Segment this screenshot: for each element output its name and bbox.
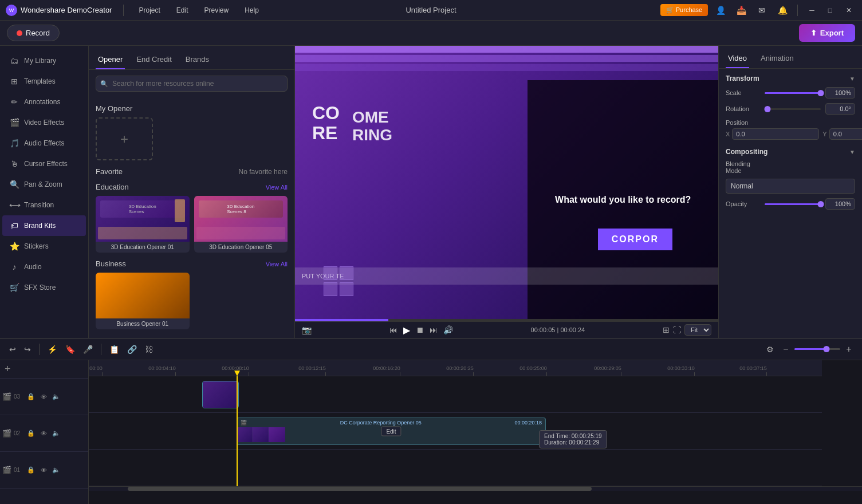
sidebar-item-audio[interactable]: ♪ Audio — [2, 257, 86, 277]
fullscreen-button[interactable]: ⛶ — [673, 325, 681, 334]
edu-card-2[interactable]: 3D EducationScenes 8 3D Education Opener… — [194, 196, 288, 253]
fit-select[interactable]: Fit — [684, 324, 711, 336]
track-01-audio[interactable]: 🔈 — [50, 464, 62, 476]
tl-settings-button[interactable]: ⚙ — [764, 342, 776, 356]
education-view-all[interactable]: View All — [266, 184, 288, 191]
tracks-area[interactable]: 00:00:00:00 00:00:04:10 00:00:08:10 00:0… — [89, 360, 862, 504]
scale-slider[interactable] — [765, 92, 821, 94]
tab-animation[interactable]: Animation — [758, 50, 796, 68]
undo-button[interactable]: ↩ — [7, 342, 18, 356]
opacity-slider[interactable] — [765, 203, 821, 205]
blending-mode-select[interactable]: Normal Multiply Screen Overlay — [726, 179, 855, 194]
step-back-button[interactable]: ⏮ — [389, 325, 397, 334]
search-icon: 🔍 — [100, 80, 108, 88]
scale-value[interactable]: 100% — [825, 87, 855, 99]
track-03-lock[interactable]: 🔒 — [25, 391, 37, 403]
pos-y-input[interactable] — [829, 128, 862, 140]
templates-icon: ⊞ — [9, 77, 19, 86]
sidebar-label-stickers: Stickers — [24, 242, 49, 250]
menu-project[interactable]: Project — [135, 4, 163, 17]
mail-icon[interactable]: ✉ — [754, 2, 770, 18]
track-row-01 — [89, 450, 822, 486]
link-button[interactable]: 🔗 — [125, 342, 139, 356]
edu-card-1[interactable]: 3D EducationScenes 3D Education Opener 0… — [96, 196, 190, 253]
sidebar-item-stickers[interactable]: ⭐ Stickers — [2, 236, 86, 257]
bookmark-button[interactable]: 🔖 — [63, 342, 77, 356]
sidebar-item-cursor-effects[interactable]: 🖱 Cursor Effects — [2, 153, 86, 174]
track-02-audio[interactable]: 🔈 — [50, 428, 62, 439]
screenshot-button[interactable]: 📷 — [302, 325, 312, 334]
opacity-value[interactable]: 100% — [825, 198, 855, 210]
sidebar-item-my-library[interactable]: 🗂 My Library — [2, 50, 86, 71]
transform-header: Transform ▼ — [726, 74, 855, 82]
cursor-effects-icon: 🖱 — [9, 159, 19, 168]
sidebar-item-annotations[interactable]: ✏ Annotations — [2, 92, 86, 112]
add-track-button[interactable]: + — [5, 363, 11, 375]
minimize-button[interactable]: ─ — [805, 0, 819, 21]
track-03-audio[interactable]: 🔈 — [50, 391, 62, 403]
track-01-lock[interactable]: 🔒 — [25, 464, 37, 476]
zoom-slider[interactable] — [794, 348, 840, 350]
rotation-value[interactable]: 0.0° — [825, 103, 855, 115]
video-clip-03[interactable] — [202, 381, 239, 408]
opener-clip-edit-button[interactable]: Edit — [381, 427, 401, 436]
zoom-out-button[interactable]: − — [780, 343, 792, 356]
blending-mode-row: Blending Mode — [726, 160, 855, 174]
transform-arrow: ▼ — [849, 76, 855, 82]
opener-clip-time: 00:00:20:18 — [514, 420, 542, 426]
zoom-in-button[interactable]: + — [843, 343, 855, 356]
track-03-eye[interactable]: 👁 — [38, 391, 49, 403]
tooltip-end-value: 00:00:25:19 — [572, 433, 602, 439]
add-opener-button[interactable]: + — [96, 117, 153, 160]
opener-clip-02[interactable]: 🎬 DC Corporate Reporting Opener 05 00:00… — [237, 418, 546, 445]
track-02-lock[interactable]: 🔒 — [25, 428, 37, 439]
square1 — [324, 266, 337, 280]
split-button[interactable]: ⚡ — [45, 342, 60, 356]
purchase-button[interactable]: 🛒 Purchase — [660, 4, 709, 16]
redo-button[interactable]: ↪ — [22, 342, 33, 356]
record-button[interactable]: Record — [7, 25, 60, 41]
play-button[interactable]: ▶ — [403, 325, 410, 336]
biz-card-1[interactable]: Business Opener 01 — [96, 273, 190, 329]
copy-button[interactable]: 📋 — [107, 342, 121, 356]
maximize-button[interactable]: □ — [824, 0, 837, 21]
mic-button[interactable]: 🎤 — [81, 342, 95, 356]
track-01-eye[interactable]: 👁 — [38, 464, 49, 476]
tab-end-credit[interactable]: End Credit — [134, 52, 174, 69]
tab-brands[interactable]: Brands — [183, 52, 211, 69]
unlink-button[interactable]: ⛓ — [143, 342, 155, 356]
preview-corp-banner: CORPOR — [598, 229, 672, 250]
menu-edit[interactable]: Edit — [173, 4, 192, 17]
volume-button[interactable]: 🔊 — [443, 325, 453, 334]
inbox-icon[interactable]: 📥 — [733, 2, 749, 18]
grid-view-button[interactable]: ⊞ — [663, 325, 670, 334]
sidebar-item-transition[interactable]: ⟷ Transition — [2, 195, 86, 215]
timeline: ↩ ↪ ⚡ 🔖 🎤 📋 🔗 ⛓ ⚙ − + + — [0, 338, 862, 504]
sidebar-item-sfx-store[interactable]: 🛒 SFX Store — [2, 277, 86, 298]
compositing-header: Compositing ▼ — [726, 148, 855, 156]
bell-icon[interactable]: 🔔 — [774, 2, 790, 18]
scrollbar-thumb[interactable] — [128, 487, 592, 491]
rotation-slider[interactable] — [765, 108, 821, 110]
step-forward-button[interactable]: ⏭ — [430, 325, 438, 334]
sidebar-item-audio-effects[interactable]: 🎵 Audio Effects — [2, 133, 86, 153]
sidebar-item-brand-kits[interactable]: 🏷 Brand Kits — [2, 215, 86, 236]
ruler-label-2: 00:00:08:10 — [222, 365, 249, 372]
export-button[interactable]: ⬆ Export — [799, 24, 855, 42]
track-02-eye[interactable]: 👁 — [38, 428, 49, 439]
menu-preview[interactable]: Preview — [201, 4, 233, 17]
business-view-all[interactable]: View All — [266, 261, 288, 267]
search-input[interactable] — [96, 76, 288, 92]
close-button[interactable]: ✕ — [841, 0, 856, 21]
stop-button[interactable]: ⏹ — [416, 325, 424, 334]
tab-video[interactable]: Video — [726, 50, 749, 68]
timeline-scrollbar[interactable] — [89, 486, 862, 491]
user-icon[interactable]: 👤 — [713, 2, 729, 18]
pos-x-input[interactable] — [732, 128, 819, 140]
sidebar-item-pan-zoom[interactable]: 🔍 Pan & Zoom — [2, 174, 86, 195]
tab-opener[interactable]: Opener — [96, 52, 125, 69]
menu-help[interactable]: Help — [241, 4, 262, 17]
square3 — [324, 282, 337, 296]
sidebar-item-templates[interactable]: ⊞ Templates — [2, 71, 86, 92]
sidebar-item-video-effects[interactable]: 🎬 Video Effects — [2, 112, 86, 133]
